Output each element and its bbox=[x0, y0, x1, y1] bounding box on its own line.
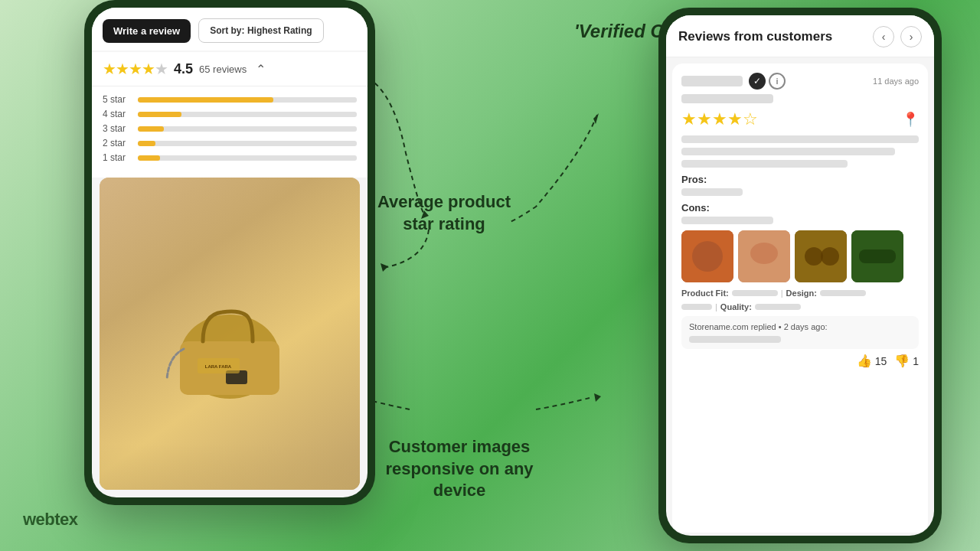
review-image-3[interactable] bbox=[795, 230, 847, 282]
logo-text: webtex bbox=[23, 510, 78, 529]
design-label: Design: bbox=[786, 289, 817, 298]
star-bar-row-1: 1 star bbox=[103, 152, 357, 163]
avg-rating-text: Average product star rating bbox=[377, 192, 511, 233]
svg-marker-1 bbox=[594, 393, 601, 402]
star-bar-row-5: 5 star bbox=[103, 94, 357, 105]
pros-bar bbox=[681, 188, 743, 196]
time-ago: 11 days ago bbox=[873, 77, 919, 86]
nav-arrows: ‹ › bbox=[873, 26, 922, 47]
svg-marker-0 bbox=[381, 263, 388, 272]
sort-value: Highest Rating bbox=[247, 25, 312, 36]
helpful-count: 15 bbox=[875, 355, 887, 367]
thumbs-down-icon: 👎 bbox=[894, 354, 910, 368]
bag-image: LARA FARA bbox=[100, 178, 360, 490]
star-bar-row-3: 3 star bbox=[103, 123, 357, 134]
design-bar bbox=[820, 290, 866, 296]
unhelpful-count: 1 bbox=[913, 355, 919, 367]
product-fit-bar bbox=[732, 290, 778, 296]
reply-section: Storename.com replied • 2 days ago: bbox=[681, 316, 919, 349]
star-4-bar-bg bbox=[138, 112, 357, 117]
review-image-1[interactable] bbox=[681, 230, 733, 282]
star-2-label: 2 star bbox=[103, 138, 132, 148]
reviews-from-customers-title: Reviews from customers bbox=[678, 29, 832, 44]
star-4-bar-fill bbox=[138, 112, 181, 117]
product-fit-label: Product Fit: bbox=[681, 289, 729, 298]
star-3-label: 3 star bbox=[103, 123, 132, 134]
reviews-count: 65 reviews bbox=[199, 64, 247, 75]
product-image: LARA FARA bbox=[100, 178, 360, 490]
review-text-line-3 bbox=[681, 160, 848, 168]
star-4-label: 4 star bbox=[103, 109, 132, 119]
location-pin-icon: 📍 bbox=[902, 111, 919, 128]
cons-bar bbox=[681, 217, 773, 224]
verified-badge: ✓ i bbox=[749, 73, 786, 90]
attributes-row: Product Fit: | Design: bbox=[681, 289, 919, 298]
rating-stars: ★★★★★ bbox=[103, 60, 168, 78]
quality-label: Quality: bbox=[720, 302, 752, 311]
svg-marker-4 bbox=[593, 113, 599, 124]
star-3-bar-bg bbox=[138, 126, 357, 132]
pros-label: Pros: bbox=[681, 174, 919, 185]
helpful-row: 👍 15 👎 1 bbox=[681, 354, 919, 368]
reply-text: Storename.com replied • 2 days ago: bbox=[689, 322, 911, 331]
star-1-bar-bg bbox=[138, 155, 357, 161]
svg-text:LARA FARA: LARA FARA bbox=[205, 364, 232, 369]
pros-section: Pros: bbox=[681, 174, 919, 196]
left-phone-screen: Write a review Sort by: Highest Rating ★… bbox=[92, 8, 368, 497]
svg-point-15 bbox=[805, 247, 823, 266]
star-1-label: 1 star bbox=[103, 152, 132, 163]
rating-row[interactable]: ★★★★★ 4.5 65 reviews ⌃ bbox=[92, 52, 368, 86]
star-bar-row-2: 2 star bbox=[103, 138, 357, 148]
left-top-bar: Write a review Sort by: Highest Rating bbox=[92, 8, 368, 51]
annotation-customer-images: Customer images responsive on any device bbox=[375, 436, 544, 502]
reviewer-info: ✓ i bbox=[681, 73, 786, 90]
thumbs-up-icon: 👍 bbox=[857, 354, 872, 368]
star-2-bar-bg bbox=[138, 141, 357, 146]
review-text-line-1 bbox=[681, 135, 919, 143]
reviewer-name-bar bbox=[681, 94, 773, 103]
review-stars: ★★★★☆ bbox=[681, 109, 758, 129]
star-5-bar-bg bbox=[138, 97, 357, 103]
review-image-4[interactable] bbox=[851, 230, 903, 282]
reviewer-row: ✓ i 11 days ago bbox=[681, 73, 919, 90]
svg-rect-18 bbox=[859, 249, 896, 263]
chevron-up-icon[interactable]: ⌃ bbox=[256, 62, 266, 77]
star-5-bar-fill bbox=[138, 97, 273, 103]
star-1-bar-fill bbox=[138, 155, 160, 161]
bag-svg: LARA FARA bbox=[153, 257, 306, 410]
reviewer-name-placeholder bbox=[681, 76, 743, 86]
left-phone: Write a review Sort by: Highest Rating ★… bbox=[84, 0, 375, 505]
check-circle-icon: ✓ bbox=[749, 73, 766, 90]
helpful-item-down[interactable]: 👎 1 bbox=[894, 354, 919, 368]
star-bars-section: 5 star 4 star 3 star 2 star bbox=[92, 86, 368, 178]
quality-bar bbox=[755, 304, 801, 310]
helpful-item-up[interactable]: 👍 15 bbox=[857, 354, 887, 368]
svg-point-16 bbox=[821, 247, 839, 266]
webtex-logo: webtex bbox=[23, 510, 78, 530]
attributes-row-2: | Quality: bbox=[681, 302, 919, 311]
star-5-label: 5 star bbox=[103, 94, 132, 105]
svg-point-13 bbox=[750, 243, 778, 264]
nav-prev-button[interactable]: ‹ bbox=[873, 26, 894, 47]
sort-label: Sort by: bbox=[210, 25, 244, 36]
right-header: Reviews from customers ‹ › bbox=[666, 15, 934, 57]
customer-images-text: Customer images responsive on any device bbox=[385, 437, 533, 500]
write-review-button[interactable]: Write a review bbox=[103, 19, 191, 43]
review-image-2[interactable] bbox=[738, 230, 790, 282]
attr-bar-2 bbox=[681, 304, 712, 310]
reply-bar bbox=[689, 336, 781, 343]
review-text-line-2 bbox=[681, 148, 895, 155]
star-bar-row-4: 4 star bbox=[103, 109, 357, 119]
review-card: ✓ i 11 days ago ★★★★☆ 📍 Pros: bbox=[672, 64, 928, 533]
right-phone-screen: Reviews from customers ‹ › ✓ i 11 days a… bbox=[666, 15, 934, 536]
info-circle-icon: i bbox=[769, 73, 786, 90]
review-stars-row: ★★★★☆ 📍 bbox=[681, 109, 919, 129]
sort-button[interactable]: Sort by: Highest Rating bbox=[198, 18, 323, 43]
right-phone: Reviews from customers ‹ › ✓ i 11 days a… bbox=[658, 8, 942, 543]
star-2-bar-fill bbox=[138, 141, 155, 146]
cons-section: Cons: bbox=[681, 202, 919, 224]
rating-number: 4.5 bbox=[174, 61, 193, 77]
review-images[interactable] bbox=[681, 230, 919, 282]
svg-point-11 bbox=[692, 241, 723, 272]
nav-next-button[interactable]: › bbox=[900, 26, 922, 47]
